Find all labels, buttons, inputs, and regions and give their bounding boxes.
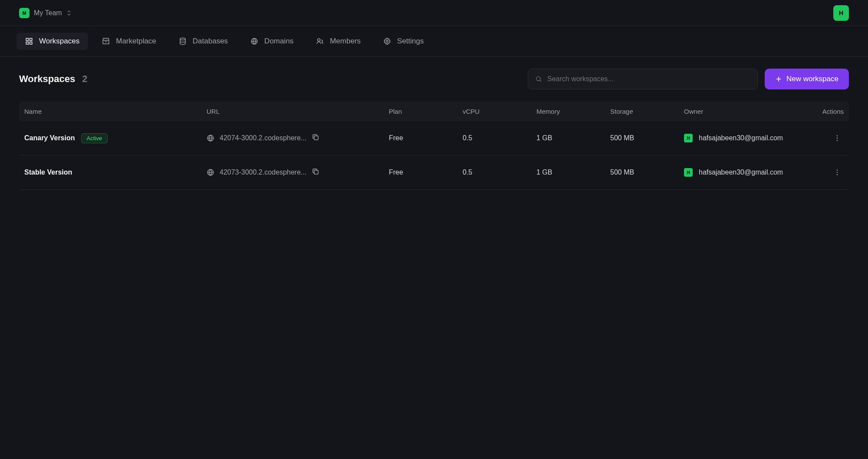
search-wrap (528, 69, 758, 89)
name-cell: Canary Version Active (24, 133, 207, 143)
col-actions: Actions (792, 108, 844, 115)
team-name: My Team (34, 9, 62, 17)
tab-members[interactable]: Members (307, 33, 369, 50)
svg-point-16 (837, 170, 838, 171)
svg-point-8 (536, 77, 540, 81)
svg-point-11 (837, 135, 838, 136)
more-vertical-icon (833, 134, 841, 142)
col-name: Name (24, 108, 207, 115)
col-url: URL (207, 108, 389, 115)
storage-cell: 500 MB (610, 168, 684, 176)
vcpu-cell: 0.5 (463, 134, 536, 142)
tab-label: Domains (264, 37, 293, 46)
col-vcpu: vCPU (463, 108, 536, 115)
topbar: M My Team H (0, 0, 868, 26)
plan-cell: Free (389, 168, 463, 176)
memory-cell: 1 GB (536, 168, 610, 176)
tab-workspaces[interactable]: Workspaces (16, 33, 88, 50)
svg-rect-10 (314, 136, 318, 140)
page-header: Workspaces 2 New workspace (0, 56, 868, 102)
plus-icon (775, 76, 782, 83)
table-header: Name URL Plan vCPU Memory Storage Owner … (19, 102, 849, 121)
grid-icon (25, 37, 33, 45)
team-selector[interactable]: M My Team (19, 8, 72, 18)
users-icon (316, 37, 324, 45)
owner-avatar: H (684, 168, 693, 177)
url-cell: 42074-3000.2.codesphere... (207, 133, 389, 143)
tab-domains[interactable]: Domains (242, 33, 302, 50)
storage-cell: 500 MB (610, 134, 684, 142)
workspace-count: 2 (82, 73, 87, 85)
url-cell: 42073-3000.2.codesphere... (207, 168, 389, 177)
store-icon (102, 37, 110, 45)
col-owner: Owner (684, 108, 792, 115)
url-text[interactable]: 42074-3000.2.codesphere... (220, 134, 306, 142)
svg-point-17 (837, 172, 838, 173)
url-text[interactable]: 42073-3000.2.codesphere... (220, 168, 306, 176)
workspace-name: Stable Version (24, 168, 72, 176)
actions-cell (792, 166, 844, 179)
user-avatar[interactable]: H (833, 5, 849, 21)
tab-label: Marketplace (116, 37, 156, 46)
col-storage: Storage (610, 108, 684, 115)
svg-point-4 (180, 38, 185, 40)
tab-databases[interactable]: Databases (170, 33, 237, 50)
search-icon (535, 76, 542, 83)
owner-cell: H hafsajabeen30@gmail.com (684, 168, 792, 177)
tab-settings[interactable]: Settings (375, 33, 432, 50)
more-actions-button[interactable] (831, 166, 844, 179)
name-cell: Stable Version (24, 168, 207, 176)
svg-rect-1 (30, 38, 32, 40)
workspace-table: Name URL Plan vCPU Memory Storage Owner … (0, 102, 868, 190)
table-row[interactable]: Stable Version 42073-3000.2.codesphere..… (19, 155, 849, 190)
table-row[interactable]: Canary Version Active 42074-3000.2.codes… (19, 121, 849, 155)
col-memory: Memory (536, 108, 610, 115)
svg-point-7 (386, 40, 388, 42)
svg-point-18 (837, 174, 838, 175)
copy-icon[interactable] (312, 133, 319, 143)
workspace-name: Canary Version (24, 134, 75, 142)
memory-cell: 1 GB (536, 134, 610, 142)
svg-rect-15 (314, 170, 318, 174)
plan-cell: Free (389, 134, 463, 142)
owner-email: hafsajabeen30@gmail.com (699, 134, 783, 142)
gear-icon (383, 37, 391, 45)
svg-rect-2 (26, 42, 28, 44)
page-title: Workspaces (19, 73, 75, 85)
copy-icon[interactable] (312, 168, 319, 177)
globe-icon (250, 37, 258, 45)
owner-email: hafsajabeen30@gmail.com (699, 168, 783, 176)
globe-icon (207, 168, 214, 176)
more-actions-button[interactable] (831, 132, 844, 145)
col-plan: Plan (389, 108, 463, 115)
new-workspace-button[interactable]: New workspace (765, 69, 849, 89)
owner-cell: H hafsajabeen30@gmail.com (684, 134, 792, 142)
svg-rect-0 (26, 38, 28, 40)
more-vertical-icon (833, 168, 841, 176)
tab-label: Settings (397, 37, 424, 46)
svg-point-6 (318, 39, 320, 41)
owner-avatar: H (684, 134, 693, 142)
actions-cell (792, 132, 844, 145)
team-badge: M (19, 8, 30, 18)
new-workspace-label: New workspace (786, 75, 838, 83)
database-icon (179, 37, 187, 45)
svg-point-13 (837, 140, 838, 141)
active-badge: Active (81, 133, 108, 143)
svg-rect-3 (30, 42, 32, 44)
tab-marketplace[interactable]: Marketplace (93, 33, 165, 50)
tab-label: Workspaces (39, 37, 79, 46)
tab-label: Members (330, 37, 361, 46)
svg-point-12 (837, 138, 838, 139)
tab-label: Databases (193, 37, 228, 46)
vcpu-cell: 0.5 (463, 168, 536, 176)
nav-tabs: Workspaces Marketplace Databases Domains… (0, 26, 868, 56)
chevron-updown-icon (66, 10, 72, 17)
globe-icon (207, 134, 214, 142)
search-input[interactable] (547, 75, 750, 83)
